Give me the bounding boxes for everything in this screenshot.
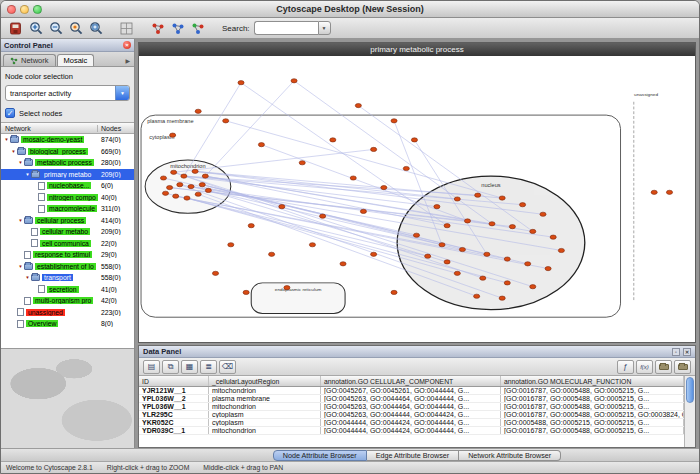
- network-node[interactable]: [223, 119, 229, 123]
- network-node[interactable]: [269, 252, 275, 256]
- save-session-icon[interactable]: [6, 19, 25, 37]
- column-header[interactable]: ID: [139, 376, 209, 386]
- network-node[interactable]: [355, 103, 361, 107]
- table-row[interactable]: YDR039C__1mitochondrion[GO:0044444, GO:0…: [139, 427, 684, 435]
- network-node[interactable]: [434, 205, 440, 209]
- tree-row[interactable]: nucleobase...6(0): [1, 180, 134, 192]
- network-node[interactable]: [371, 252, 377, 256]
- network-node[interactable]: [651, 190, 657, 194]
- table-row[interactable]: YKR052Ccytoplasm[GO:0044444, GO:0044424,…: [139, 419, 684, 427]
- network-node[interactable]: [171, 170, 177, 174]
- search-input[interactable]: [254, 21, 318, 35]
- network-node[interactable]: [504, 281, 510, 285]
- expander-icon[interactable]: ▼: [17, 218, 24, 223]
- expander-icon[interactable]: ▼: [24, 172, 31, 177]
- import-attributes-icon[interactable]: [655, 360, 672, 374]
- tree-row[interactable]: secretion41(0): [1, 284, 134, 296]
- network-node[interactable]: [167, 185, 173, 189]
- zoom-selected-icon[interactable]: [66, 19, 85, 37]
- network-node[interactable]: [439, 243, 445, 247]
- tree-row[interactable]: ▼mosaic-demo-yeast874(0): [1, 134, 134, 146]
- network-node[interactable]: [279, 205, 285, 209]
- network-node[interactable]: [480, 276, 486, 280]
- column-header[interactable]: _cellularLayoutRegion: [209, 376, 321, 386]
- network-node[interactable]: [350, 176, 356, 180]
- tree-column-nodes[interactable]: Nodes: [98, 125, 134, 132]
- network-node[interactable]: [170, 133, 176, 137]
- network-node[interactable]: [459, 247, 465, 251]
- expander-icon[interactable]: ▼: [10, 149, 17, 154]
- import-network-icon[interactable]: [168, 19, 187, 37]
- zoom-out-icon[interactable]: [46, 19, 65, 37]
- network-node[interactable]: [195, 109, 201, 113]
- network-node[interactable]: [444, 224, 450, 228]
- network-node[interactable]: [550, 235, 556, 239]
- tree-row[interactable]: cellular metabo209(0): [1, 226, 134, 238]
- expander-icon[interactable]: ▼: [17, 160, 24, 165]
- network-node[interactable]: [509, 225, 515, 229]
- network-node[interactable]: [444, 260, 450, 264]
- tree-row[interactable]: unassigned223(0): [1, 307, 134, 319]
- network-node[interactable]: [475, 193, 481, 197]
- tab-network-attribute-browser[interactable]: Network Attribute Browser: [459, 450, 561, 461]
- data-panel-float-icon[interactable]: ▫: [672, 348, 680, 356]
- network-node[interactable]: [411, 138, 417, 142]
- annotation-icon[interactable]: [188, 19, 207, 37]
- search-dropdown-icon[interactable]: ▼: [318, 21, 331, 35]
- network-node[interactable]: [504, 257, 510, 261]
- select-nodes-checkbox[interactable]: ✓: [5, 108, 15, 118]
- network-node[interactable]: [525, 262, 531, 266]
- network-node[interactable]: [558, 248, 564, 252]
- network-node[interactable]: [205, 188, 211, 192]
- column-header[interactable]: annotation.GO CELLULAR_COMPONENT: [321, 376, 501, 386]
- expander-icon[interactable]: ▼: [24, 275, 31, 280]
- network-node[interactable]: [403, 166, 409, 170]
- column-header[interactable]: annotation.GO MOLECULAR_FUNCTION: [501, 376, 684, 386]
- network-node[interactable]: [391, 290, 397, 294]
- network-node[interactable]: [162, 191, 168, 195]
- network-node[interactable]: [371, 147, 377, 151]
- network-node[interactable]: [184, 196, 190, 200]
- tree-row[interactable]: ▼metabolic process280(0): [1, 157, 134, 169]
- tab-mosaic[interactable]: Mosaic: [57, 54, 95, 66]
- zoom-window-icon[interactable]: [33, 5, 42, 14]
- table-scrollbar-thumb[interactable]: [686, 377, 694, 403]
- expander-icon[interactable]: ▼: [17, 264, 24, 269]
- network-node[interactable]: [499, 196, 505, 200]
- zoom-in-icon[interactable]: [26, 19, 45, 37]
- network-canvas[interactable]: plasma membrane cytoplasm mitochondrion …: [139, 56, 695, 342]
- select-attributes-icon[interactable]: ▤: [143, 360, 160, 374]
- network-node[interactable]: [545, 266, 551, 270]
- network-node[interactable]: [228, 243, 234, 247]
- overview-thumbnail[interactable]: [1, 348, 134, 448]
- new-network-icon[interactable]: [148, 19, 167, 37]
- network-node[interactable]: [173, 194, 179, 198]
- delete-attribute-icon[interactable]: ⌫: [219, 360, 236, 374]
- table-row[interactable]: YPL036W__2plasma membrane[GO:0045263, GO…: [139, 395, 684, 403]
- network-node[interactable]: [530, 285, 536, 289]
- function-builder-icon[interactable]: f(x): [636, 360, 653, 374]
- network-node[interactable]: [284, 286, 290, 290]
- tree-row[interactable]: ▼primary metabo209(0): [1, 169, 134, 181]
- new-attribute-icon[interactable]: ▦: [181, 360, 198, 374]
- tab-network[interactable]: Network: [3, 54, 56, 66]
- network-node[interactable]: [340, 262, 346, 266]
- expander-icon[interactable]: ▼: [3, 137, 10, 142]
- table-row[interactable]: YPL036W__1mitochondrion[GO:0045263, GO:0…: [139, 403, 684, 411]
- network-node[interactable]: [192, 169, 198, 173]
- network-overview-icon[interactable]: [117, 19, 136, 37]
- network-node[interactable]: [160, 176, 166, 180]
- control-panel-close-icon[interactable]: ×: [123, 41, 131, 49]
- tree-row[interactable]: ▼transport558(0): [1, 272, 134, 284]
- network-node[interactable]: [202, 174, 208, 178]
- network-node[interactable]: [489, 222, 495, 226]
- tree-row[interactable]: response to stimul29(0): [1, 249, 134, 261]
- formula-icon[interactable]: ƒ: [617, 360, 634, 374]
- tree-row[interactable]: ▼establishment of lo558(0): [1, 261, 134, 273]
- unselect-attributes-icon[interactable]: ⧉: [162, 360, 179, 374]
- table-scrollbar[interactable]: [684, 376, 695, 447]
- network-node[interactable]: [309, 243, 315, 247]
- network-node[interactable]: [212, 271, 218, 275]
- network-node[interactable]: [381, 185, 387, 189]
- network-node[interactable]: [181, 174, 187, 178]
